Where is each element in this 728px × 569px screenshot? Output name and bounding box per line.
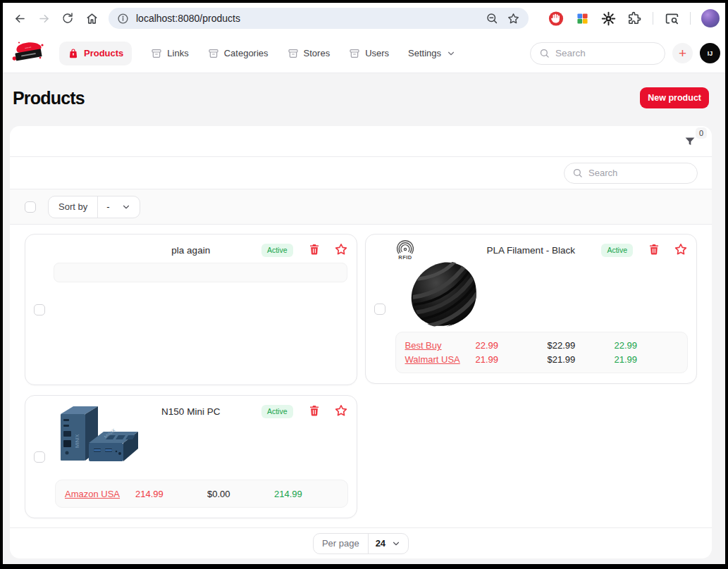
favorite-star-icon — [334, 404, 348, 418]
favorite-product-button[interactable] — [334, 404, 348, 418]
store-profit: 21.99 — [615, 354, 688, 365]
products-page: Products New product 0 Search Sort by — [3, 73, 725, 564]
nav-item-categories[interactable]: Categories — [208, 48, 269, 59]
sort-by-control[interactable]: Sort by - — [48, 196, 140, 218]
product-card: PLA Filament - BlackActiveRFIDBest Buy22… — [365, 234, 698, 384]
home-button[interactable] — [85, 11, 99, 25]
nav-item-links[interactable]: Links — [151, 48, 188, 59]
archive-box-icon — [349, 48, 360, 59]
bookmark-star-icon[interactable] — [506, 11, 520, 25]
search-icon — [572, 168, 583, 178]
favorite-product-button[interactable] — [674, 242, 688, 256]
sun-extension-icon[interactable] — [600, 11, 616, 26]
filter-count-badge: 0 — [696, 127, 707, 139]
archive-box-icon — [208, 48, 219, 59]
search-icon — [539, 48, 550, 58]
product-image: MINIXMINIX — [54, 404, 140, 469]
store-msrp: $21.99 — [548, 354, 615, 365]
store-price: 21.99 — [476, 354, 548, 365]
trash-icon — [648, 243, 660, 256]
back-button[interactable] — [13, 11, 27, 25]
nav-item-products[interactable]: Products — [59, 42, 132, 65]
sort-row: Sort by - — [10, 189, 712, 224]
app-logo[interactable]: ····· — [11, 40, 47, 67]
filter-button[interactable]: 0 — [684, 135, 696, 148]
store-link[interactable]: Best Buy — [405, 340, 476, 351]
nav-item-label: Users — [365, 48, 389, 58]
svg-text:RFID: RFID — [398, 254, 412, 261]
extensions-puzzle-icon[interactable] — [627, 11, 642, 26]
panel-search-input[interactable]: Search — [564, 163, 698, 184]
store-link[interactable]: Amazon USA — [65, 489, 135, 499]
store-price: 214.99 — [135, 489, 207, 499]
nav-search-input[interactable]: Search — [530, 42, 665, 65]
store-price-table: Amazon USA214.99$0.00214.99 — [55, 480, 348, 508]
page-title: Products — [13, 88, 85, 108]
forward-button[interactable] — [37, 11, 51, 25]
archive-box-icon — [151, 48, 162, 59]
product-name: pla again — [25, 245, 357, 256]
photos-extension-icon[interactable] — [574, 11, 590, 26]
per-page-select[interactable]: 24 — [369, 534, 408, 554]
nav-items: ProductsLinksCategoriesStoresUsersSettin… — [59, 42, 456, 65]
search-row: Search — [10, 156, 712, 189]
product-cards-grid: pla againActivePLA Filament - BlackActiv… — [10, 224, 712, 527]
empty-stores-placeholder — [54, 263, 347, 282]
archive-box-icon — [288, 48, 299, 59]
store-row: Amazon USA214.99$0.00214.99 — [65, 487, 347, 501]
adblock-extension-icon[interactable] — [548, 11, 564, 26]
nav-item-users[interactable]: Users — [349, 48, 389, 59]
status-badge: Active — [601, 244, 633, 257]
product-card: pla againActive — [25, 234, 357, 385]
sort-by-select[interactable]: - — [98, 196, 139, 218]
sort-by-label: Sort by — [49, 196, 98, 218]
product-card: N150 Mini PCActiveMINIXMINIXAmazon USA21… — [25, 395, 357, 518]
url-text: localhost:8080/products — [136, 13, 240, 24]
product-name: PLA Filament - Black — [366, 245, 697, 256]
nav-search-placeholder: Search — [555, 48, 586, 58]
nav-item-settings[interactable]: Settings — [408, 48, 456, 58]
reload-button[interactable] — [61, 11, 75, 25]
filter-row: 0 — [10, 126, 712, 156]
browser-profile-avatar[interactable] — [701, 9, 720, 27]
address-bar[interactable]: localhost:8080/products — [109, 8, 529, 29]
product-image — [409, 261, 479, 327]
product-checkbox[interactable] — [34, 451, 45, 463]
panel-search-placeholder: Search — [588, 168, 617, 178]
trash-icon — [308, 243, 321, 256]
browser-window: localhost:8080/products — [3, 3, 725, 564]
delete-product-button[interactable] — [308, 404, 321, 417]
nav-item-label: Products — [84, 48, 123, 58]
store-link[interactable]: Walmart USA — [405, 354, 476, 365]
filter-funnel-icon — [684, 135, 696, 148]
delete-product-button[interactable] — [308, 243, 321, 256]
nav-item-label: Settings — [408, 48, 441, 58]
nav-item-stores[interactable]: Stores — [288, 48, 331, 59]
new-product-button[interactable]: New product — [640, 87, 709, 108]
product-checkbox[interactable] — [34, 304, 45, 315]
product-checkbox[interactable] — [374, 304, 385, 315]
trash-icon — [308, 404, 321, 417]
store-row: Best Buy22.99$22.9922.99 — [405, 339, 688, 352]
favorite-star-icon — [674, 242, 688, 256]
shopping-bag-icon — [68, 48, 79, 59]
delete-product-button[interactable] — [648, 243, 660, 256]
rfid-icon: RFID — [395, 239, 415, 260]
per-page-control[interactable]: Per page 24 — [313, 533, 409, 554]
nav-item-label: Stores — [304, 48, 331, 58]
store-price-table: Best Buy22.99$22.9922.99Walmart USA21.99… — [395, 332, 689, 373]
status-badge: Active — [261, 244, 293, 257]
favorite-product-button[interactable] — [334, 242, 348, 256]
per-page-label: Per page — [314, 534, 369, 554]
chevron-down-icon — [121, 202, 131, 212]
user-avatar[interactable]: IJ — [700, 43, 720, 63]
store-profit: 214.99 — [274, 489, 347, 499]
inspect-window-icon[interactable] — [664, 11, 679, 26]
select-all-checkbox[interactable] — [25, 201, 36, 213]
add-button[interactable]: + — [672, 43, 693, 63]
status-badge: Active — [261, 405, 293, 418]
chevron-down-icon — [391, 539, 401, 549]
zoom-icon[interactable] — [485, 11, 499, 25]
svg-text:MINIX: MINIX — [75, 434, 80, 448]
store-price: 22.99 — [476, 340, 548, 351]
